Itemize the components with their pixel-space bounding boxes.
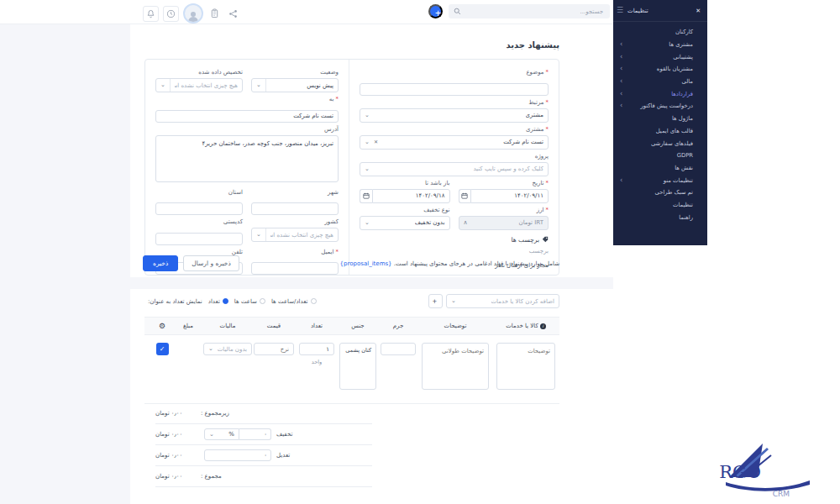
confirm-item-button[interactable]: ✓ [156,343,169,355]
tag-icon [542,236,549,243]
status-select[interactable]: پیش نویس ⌄ [251,78,339,92]
global-search[interactable] [449,4,610,18]
country-select[interactable]: هیچ چیزی انتخاب نشده است ⌄ [251,228,339,242]
adjustment-input[interactable] [204,449,271,461]
chevron-down-icon: ⌄ [451,298,456,304]
sidebar-item-custom-fields[interactable]: فیلدهای سفارشی [613,137,707,150]
logo-text: RGO [719,462,761,482]
address-textarea[interactable]: تبریز، میدان منصور، جنب کوچه صدر، ساختما… [155,135,339,182]
sidebar-item-email-templates[interactable]: قالب های ایمیل [613,125,707,138]
item-rate-input[interactable] [254,343,294,355]
item-tax-select[interactable]: بدون مالیات ⌄ [203,343,252,355]
discount-label: تخفیف [273,431,372,438]
clock-icon [166,9,176,18]
sidebar-item-leads[interactable]: ‹مشتریان بالقوه [613,63,707,76]
customer-select[interactable]: تست نام شرکت ✕ ⌄ [360,135,549,150]
discount-input[interactable] [239,428,271,440]
radio-option-hours[interactable]: ساعت ها [234,298,265,305]
discount-unit-select[interactable]: % ⌄ [204,428,239,440]
notifications-bell-button[interactable] [143,6,159,22]
sidebar-item-help[interactable]: راهنما [613,211,707,223]
settings-menu: کارکنان ‹مشتری ها ‹پشتیبانی ‹مشتریان بال… [613,22,707,223]
total-row: مجموع : ۰٫۰۰ تومان [155,466,372,487]
item-mass-input[interactable] [381,343,416,355]
chevron-down-icon: ⌄ [365,166,370,172]
radio-option-qty-hours[interactable]: تعداد/ساعت ها [271,298,317,305]
calendar-icon[interactable] [459,189,471,203]
open-till-input[interactable] [372,189,450,203]
sidebar-item-settings[interactable]: تنظیمات [613,199,707,212]
clear-selection-icon[interactable]: ✕ [372,139,380,144]
calendar-icon[interactable] [360,189,372,203]
totals-section: زیرمجموع : ۰٫۰۰ تومان تخفیف % ⌄ ۰٫۰۰ توم… [155,403,372,487]
zip-input[interactable] [155,233,243,245]
save-button[interactable]: ذخیره [143,255,178,271]
sidebar-item-support[interactable]: ‹پشتیبانی [613,50,707,63]
radio-icon [260,298,265,304]
discount-type-select[interactable]: بدون تخفیف ⌄ [360,216,450,230]
quick-add-button[interactable]: + [428,4,443,18]
item-long-description-textarea[interactable] [422,343,489,390]
section-divider [130,277,613,289]
chevron-down-icon: ⌄ [365,220,370,226]
search-input[interactable] [465,8,605,16]
email-input[interactable] [251,262,339,275]
column-header-qty: تعداد [296,323,338,329]
top-header-bar: + [0,0,613,24]
settings-sidebar-header: ☰ تنظیمات ✕ [613,0,707,22]
to-input[interactable] [155,110,339,123]
add-item-button[interactable]: + [428,294,443,308]
column-header-material: جنس [338,323,378,329]
column-header-tax: مالیات [203,323,252,329]
sidebar-item-modules[interactable]: ماژول ها [613,113,707,125]
sidebar-item-finance[interactable]: ‹مالی [613,76,707,88]
item-name-textarea[interactable] [496,343,555,390]
person-icon [186,10,200,22]
sidebar-item-gdpr[interactable]: GDPR [613,150,707,162]
user-avatar[interactable] [183,3,203,24]
column-header-rate: قیمت [252,323,296,329]
total-label: مجموع : [201,473,271,480]
sidebar-item-menu-settings[interactable]: ‹تنظیمات منو [613,174,707,186]
radio-selected-icon [223,298,228,304]
sidebar-item-contracts[interactable]: ‹قراردادها [613,87,707,100]
discount-row: تخفیف % ⌄ ۰٫۰۰ تومان [155,424,372,445]
project-select[interactable]: کلیک کرده و سپس تایپ کنید ⌄ [360,162,549,176]
sidebar-item-staff[interactable]: کارکنان [613,26,707,39]
date-input[interactable] [470,189,549,203]
history-clock-button[interactable] [163,6,179,22]
sidebar-item-customers[interactable]: ‹مشتری ها [613,39,707,51]
project-label: پروژه [535,153,549,160]
sidebar-item-theme-style[interactable]: تم سبک طراحی [613,186,707,199]
city-label: شهر [328,189,339,196]
item-qty-input[interactable] [299,343,334,355]
column-header-mass: جرم [378,323,418,329]
info-icon[interactable]: i [540,323,546,329]
chevron-down-icon: ⌄ [256,232,261,238]
settings-gear-icon[interactable]: ⚙ [151,322,173,330]
state-input[interactable] [155,202,243,215]
sidebar-item-estimate-request[interactable]: ‹درخواست پیش فاکتور [613,100,707,113]
city-input[interactable] [251,202,339,215]
clipboard-button[interactable] [207,7,222,21]
chevron-down-icon: ⌄ [365,139,370,145]
item-material-textarea[interactable]: کتان پشمی [339,343,376,390]
sidebar-item-roles[interactable]: نقش ها [613,162,707,175]
radio-option-qty[interactable]: تعداد [208,298,228,305]
save-and-send-button[interactable]: ذخیره و ارسال [183,255,239,271]
chevron-down-icon: ⌄ [256,82,261,88]
argo-crm-logo: RGO CRM [719,438,818,501]
project-field: پروژه کلیک کرده و سپس تایپ کنید ⌄ [360,153,549,176]
subject-input[interactable] [360,83,549,96]
related-select[interactable]: مشتری ⌄ [360,108,549,123]
subtotal-label: زیرمجموع : [201,410,271,417]
menu-toggle-icon[interactable]: ☰ [617,7,623,14]
assigned-select[interactable]: هیچ چیزی انتخاب نشده است ⌄ [155,78,243,92]
share-button[interactable] [226,7,240,21]
related-field: *مرتبط مشتری ⌄ [360,99,549,123]
tags-input[interactable]: برچسب [360,248,549,255]
close-icon[interactable]: ✕ [696,8,701,14]
chevron-left-icon: ‹ [620,54,625,60]
merge-field-note: شامل موارد پیشنهاد با فیلد ادغامی در هرج… [340,260,559,267]
add-item-select[interactable]: اضافه کردن کالا یا خدمات ⌄ [446,294,559,308]
